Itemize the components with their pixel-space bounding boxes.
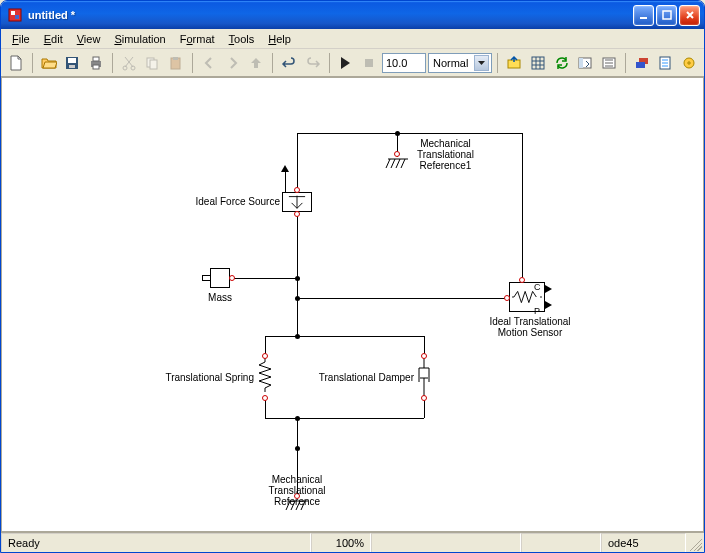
back-button[interactable]	[198, 52, 220, 74]
wire	[522, 133, 523, 282]
separator	[329, 53, 330, 73]
save-button[interactable]	[61, 52, 83, 74]
resize-grip-icon[interactable]	[686, 535, 702, 551]
separator	[32, 53, 33, 73]
svg-rect-28	[662, 65, 668, 67]
svg-rect-7	[69, 65, 75, 68]
port-conserving	[262, 353, 268, 359]
port-conserving	[504, 295, 510, 301]
menu-tools[interactable]: Tools	[222, 31, 262, 47]
menu-edit[interactable]: Edit	[37, 31, 70, 47]
model-browser-button[interactable]	[655, 52, 677, 74]
forward-button[interactable]	[222, 52, 244, 74]
wire	[297, 298, 509, 299]
library-browser-button[interactable]	[598, 52, 620, 74]
port-conserving	[294, 187, 300, 193]
svg-rect-17	[365, 59, 373, 67]
separator	[192, 53, 193, 73]
minimize-button[interactable]	[633, 5, 654, 26]
debug-button[interactable]	[678, 52, 700, 74]
wire	[297, 278, 298, 298]
port-label-c: C	[534, 282, 541, 293]
wire	[297, 133, 298, 193]
svg-line-32	[391, 159, 395, 168]
open-button[interactable]	[38, 52, 60, 74]
port-conserving	[519, 277, 525, 283]
toolbar: Normal	[1, 49, 704, 77]
simulink-window: untitled * File Edit View Simulation For…	[0, 0, 705, 553]
port-conserving	[229, 275, 235, 281]
svg-rect-21	[579, 58, 583, 68]
block-mech-ref1[interactable]	[385, 156, 411, 172]
svg-rect-24	[636, 62, 645, 68]
close-button[interactable]	[679, 5, 700, 26]
svg-line-33	[396, 159, 400, 168]
wire	[265, 336, 424, 337]
block-ideal-force-source[interactable]	[282, 192, 312, 212]
menu-simulation[interactable]: Simulation	[107, 31, 172, 47]
svg-line-31	[386, 159, 390, 168]
svg-rect-4	[663, 11, 671, 19]
run-button[interactable]	[335, 52, 357, 74]
toggle-sample-time-button[interactable]	[631, 52, 653, 74]
undo-button[interactable]	[278, 52, 300, 74]
label-mech-ref1: Mechanical Translational Reference1	[417, 138, 474, 171]
menu-format[interactable]: Format	[173, 31, 222, 47]
titlebar[interactable]: untitled *	[1, 1, 704, 29]
svg-line-34	[401, 159, 405, 168]
print-button[interactable]	[85, 52, 107, 74]
maximize-button[interactable]	[656, 5, 677, 26]
menu-help[interactable]: Help	[261, 31, 298, 47]
port-conserving	[394, 151, 400, 157]
copy-button[interactable]	[142, 52, 164, 74]
block-translational-spring[interactable]	[258, 358, 272, 396]
connection-node	[295, 446, 300, 451]
menu-view[interactable]: View	[70, 31, 108, 47]
new-button[interactable]	[5, 52, 27, 74]
up-button[interactable]	[245, 52, 267, 74]
update-diagram-button[interactable]	[527, 52, 549, 74]
stop-button[interactable]	[358, 52, 380, 74]
stop-time-field[interactable]	[382, 53, 426, 73]
simulation-mode-value: Normal	[433, 57, 468, 69]
port-conserving	[294, 211, 300, 217]
svg-rect-2	[15, 15, 19, 19]
svg-rect-16	[173, 57, 178, 60]
connection-node	[395, 131, 400, 136]
label-mech-ref-real: Mechanical Translational Reference	[260, 474, 334, 507]
svg-rect-6	[68, 58, 76, 63]
refresh-button[interactable]	[551, 52, 573, 74]
wire	[297, 133, 522, 134]
block-translational-damper[interactable]	[417, 358, 431, 396]
model-canvas[interactable]: Ideal Force Source Mechanical Translatio…	[1, 77, 704, 532]
menu-file[interactable]: File	[5, 31, 37, 47]
simulation-mode-select[interactable]: Normal	[428, 53, 492, 73]
window-controls	[633, 5, 700, 26]
statusbar: Ready 100% ode45	[1, 532, 704, 552]
svg-rect-1	[11, 11, 15, 15]
model-explorer-button[interactable]	[574, 52, 596, 74]
build-button[interactable]	[503, 52, 525, 74]
signal-out-arrow-icon	[545, 301, 552, 309]
wire	[285, 170, 286, 192]
port-conserving	[421, 395, 427, 401]
dropdown-arrow-icon	[474, 55, 489, 71]
port-conserving	[262, 395, 268, 401]
mass-port-icon	[202, 275, 210, 281]
block-mass[interactable]	[210, 268, 230, 288]
svg-rect-10	[93, 65, 99, 69]
cut-button[interactable]	[118, 52, 140, 74]
redo-button[interactable]	[302, 52, 324, 74]
separator	[112, 53, 113, 73]
svg-rect-9	[93, 57, 99, 61]
window-title: untitled *	[28, 9, 633, 21]
svg-rect-3	[640, 17, 647, 19]
paste-button[interactable]	[165, 52, 187, 74]
label-translational-damper: Translational Damper	[308, 372, 414, 383]
status-solver: ode45	[601, 533, 686, 552]
separator	[272, 53, 273, 73]
connection-node	[295, 416, 300, 421]
wire	[230, 278, 297, 279]
status-empty1	[371, 533, 521, 552]
label-mass: Mass	[202, 292, 238, 303]
